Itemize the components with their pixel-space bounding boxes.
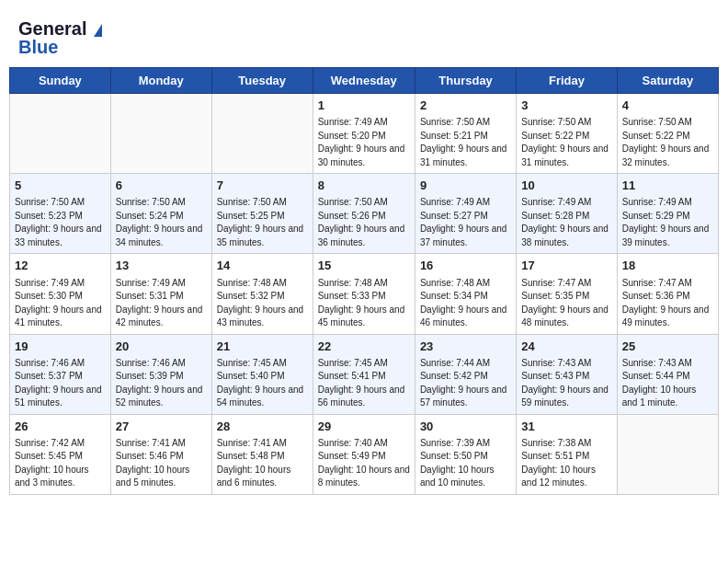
day-number: 20 bbox=[116, 339, 207, 355]
calendar-cell: 1Sunrise: 7:49 AM Sunset: 5:20 PM Daylig… bbox=[313, 94, 415, 174]
day-info: Sunrise: 7:45 AM Sunset: 5:40 PM Dayligh… bbox=[217, 357, 308, 410]
day-info: Sunrise: 7:40 AM Sunset: 5:49 PM Dayligh… bbox=[318, 437, 410, 490]
day-info: Sunrise: 7:50 AM Sunset: 5:26 PM Dayligh… bbox=[318, 196, 410, 249]
calendar-cell: 10Sunrise: 7:49 AM Sunset: 5:28 PM Dayli… bbox=[517, 174, 617, 254]
calendar-cell bbox=[10, 94, 111, 174]
calendar-week-4: 19Sunrise: 7:46 AM Sunset: 5:37 PM Dayli… bbox=[10, 334, 719, 414]
weekday-header-wednesday: Wednesday bbox=[313, 68, 415, 94]
calendar-cell: 14Sunrise: 7:48 AM Sunset: 5:32 PM Dayli… bbox=[211, 254, 313, 334]
day-info: Sunrise: 7:49 AM Sunset: 5:29 PM Dayligh… bbox=[622, 196, 713, 249]
calendar-cell: 23Sunrise: 7:44 AM Sunset: 5:42 PM Dayli… bbox=[415, 334, 516, 414]
day-info: Sunrise: 7:50 AM Sunset: 5:22 PM Dayligh… bbox=[521, 116, 611, 169]
calendar-cell: 6Sunrise: 7:50 AM Sunset: 5:24 PM Daylig… bbox=[110, 174, 211, 254]
day-info: Sunrise: 7:48 AM Sunset: 5:34 PM Dayligh… bbox=[420, 277, 511, 330]
day-info: Sunrise: 7:39 AM Sunset: 5:50 PM Dayligh… bbox=[420, 437, 511, 490]
calendar-week-1: 1Sunrise: 7:49 AM Sunset: 5:20 PM Daylig… bbox=[10, 94, 719, 174]
day-info: Sunrise: 7:43 AM Sunset: 5:43 PM Dayligh… bbox=[521, 357, 611, 410]
calendar-cell: 22Sunrise: 7:45 AM Sunset: 5:41 PM Dayli… bbox=[313, 334, 415, 414]
day-number: 12 bbox=[15, 258, 106, 274]
day-number: 14 bbox=[217, 258, 308, 274]
calendar-cell: 16Sunrise: 7:48 AM Sunset: 5:34 PM Dayli… bbox=[415, 254, 516, 334]
calendar-cell: 30Sunrise: 7:39 AM Sunset: 5:50 PM Dayli… bbox=[415, 414, 516, 494]
calendar-cell: 9Sunrise: 7:49 AM Sunset: 5:27 PM Daylig… bbox=[415, 174, 516, 254]
calendar-cell: 28Sunrise: 7:41 AM Sunset: 5:48 PM Dayli… bbox=[211, 414, 313, 494]
day-info: Sunrise: 7:38 AM Sunset: 5:51 PM Dayligh… bbox=[521, 437, 611, 490]
day-number: 29 bbox=[318, 419, 410, 435]
calendar-week-3: 12Sunrise: 7:49 AM Sunset: 5:30 PM Dayli… bbox=[10, 254, 719, 334]
calendar-cell: 3Sunrise: 7:50 AM Sunset: 5:22 PM Daylig… bbox=[517, 94, 617, 174]
day-info: Sunrise: 7:41 AM Sunset: 5:46 PM Dayligh… bbox=[116, 437, 207, 490]
calendar-cell: 20Sunrise: 7:46 AM Sunset: 5:39 PM Dayli… bbox=[110, 334, 211, 414]
calendar-cell: 2Sunrise: 7:50 AM Sunset: 5:21 PM Daylig… bbox=[415, 94, 516, 174]
weekday-header-sunday: Sunday bbox=[10, 68, 111, 94]
day-info: Sunrise: 7:49 AM Sunset: 5:27 PM Dayligh… bbox=[420, 196, 511, 249]
day-number: 23 bbox=[420, 339, 511, 355]
day-number: 18 bbox=[622, 258, 713, 274]
day-info: Sunrise: 7:47 AM Sunset: 5:36 PM Dayligh… bbox=[622, 277, 713, 330]
day-number: 21 bbox=[217, 339, 308, 355]
weekday-header-tuesday: Tuesday bbox=[211, 68, 313, 94]
day-info: Sunrise: 7:43 AM Sunset: 5:44 PM Dayligh… bbox=[622, 357, 713, 410]
day-info: Sunrise: 7:49 AM Sunset: 5:20 PM Dayligh… bbox=[318, 116, 410, 169]
calendar-cell: 21Sunrise: 7:45 AM Sunset: 5:40 PM Dayli… bbox=[211, 334, 313, 414]
logo-text: General bbox=[18, 18, 102, 39]
day-number: 11 bbox=[622, 178, 713, 194]
calendar-cell: 17Sunrise: 7:47 AM Sunset: 5:35 PM Dayli… bbox=[517, 254, 617, 334]
day-info: Sunrise: 7:49 AM Sunset: 5:28 PM Dayligh… bbox=[521, 196, 611, 249]
day-number: 4 bbox=[622, 98, 713, 114]
calendar-cell: 31Sunrise: 7:38 AM Sunset: 5:51 PM Dayli… bbox=[517, 414, 617, 494]
day-number: 1 bbox=[318, 98, 410, 114]
calendar-cell: 24Sunrise: 7:43 AM Sunset: 5:43 PM Dayli… bbox=[517, 334, 617, 414]
day-number: 27 bbox=[116, 419, 207, 435]
day-number: 31 bbox=[521, 419, 611, 435]
logo: General Blue bbox=[18, 18, 102, 58]
calendar-week-5: 26Sunrise: 7:42 AM Sunset: 5:45 PM Dayli… bbox=[10, 414, 719, 494]
day-info: Sunrise: 7:50 AM Sunset: 5:24 PM Dayligh… bbox=[116, 196, 207, 249]
day-info: Sunrise: 7:48 AM Sunset: 5:32 PM Dayligh… bbox=[217, 277, 308, 330]
day-number: 9 bbox=[420, 178, 511, 194]
header: General Blue bbox=[9, 9, 719, 63]
logo-blue: Blue bbox=[18, 37, 58, 58]
calendar-cell: 11Sunrise: 7:49 AM Sunset: 5:29 PM Dayli… bbox=[617, 174, 718, 254]
weekday-header-thursday: Thursday bbox=[415, 68, 516, 94]
weekday-header-monday: Monday bbox=[110, 68, 211, 94]
calendar-cell: 18Sunrise: 7:47 AM Sunset: 5:36 PM Dayli… bbox=[617, 254, 718, 334]
day-info: Sunrise: 7:42 AM Sunset: 5:45 PM Dayligh… bbox=[15, 437, 106, 490]
day-number: 10 bbox=[521, 178, 611, 194]
day-info: Sunrise: 7:45 AM Sunset: 5:41 PM Dayligh… bbox=[318, 357, 410, 410]
day-number: 19 bbox=[15, 339, 106, 355]
calendar-cell: 4Sunrise: 7:50 AM Sunset: 5:22 PM Daylig… bbox=[617, 94, 718, 174]
day-number: 17 bbox=[521, 258, 611, 274]
day-info: Sunrise: 7:50 AM Sunset: 5:23 PM Dayligh… bbox=[15, 196, 106, 249]
calendar-cell: 27Sunrise: 7:41 AM Sunset: 5:46 PM Dayli… bbox=[110, 414, 211, 494]
calendar-cell: 12Sunrise: 7:49 AM Sunset: 5:30 PM Dayli… bbox=[10, 254, 111, 334]
day-info: Sunrise: 7:46 AM Sunset: 5:37 PM Dayligh… bbox=[15, 357, 106, 410]
calendar-week-2: 5Sunrise: 7:50 AM Sunset: 5:23 PM Daylig… bbox=[10, 174, 719, 254]
calendar-cell: 19Sunrise: 7:46 AM Sunset: 5:37 PM Dayli… bbox=[10, 334, 111, 414]
day-info: Sunrise: 7:50 AM Sunset: 5:21 PM Dayligh… bbox=[420, 116, 511, 169]
day-info: Sunrise: 7:47 AM Sunset: 5:35 PM Dayligh… bbox=[521, 277, 611, 330]
weekday-header-friday: Friday bbox=[517, 68, 617, 94]
day-number: 8 bbox=[318, 178, 410, 194]
calendar-cell bbox=[617, 414, 718, 494]
day-number: 16 bbox=[420, 258, 511, 274]
calendar-cell bbox=[211, 94, 313, 174]
calendar: SundayMondayTuesdayWednesdayThursdayFrid… bbox=[9, 67, 719, 495]
day-number: 25 bbox=[622, 339, 713, 355]
day-number: 6 bbox=[116, 178, 207, 194]
day-info: Sunrise: 7:49 AM Sunset: 5:30 PM Dayligh… bbox=[15, 277, 106, 330]
day-info: Sunrise: 7:50 AM Sunset: 5:22 PM Dayligh… bbox=[622, 116, 713, 169]
day-number: 2 bbox=[420, 98, 511, 114]
day-number: 3 bbox=[521, 98, 611, 114]
calendar-cell: 5Sunrise: 7:50 AM Sunset: 5:23 PM Daylig… bbox=[10, 174, 111, 254]
calendar-cell: 13Sunrise: 7:49 AM Sunset: 5:31 PM Dayli… bbox=[110, 254, 211, 334]
weekday-header-saturday: Saturday bbox=[617, 68, 718, 94]
day-number: 7 bbox=[217, 178, 308, 194]
day-info: Sunrise: 7:50 AM Sunset: 5:25 PM Dayligh… bbox=[217, 196, 308, 249]
calendar-cell: 29Sunrise: 7:40 AM Sunset: 5:49 PM Dayli… bbox=[313, 414, 415, 494]
day-number: 15 bbox=[318, 258, 410, 274]
calendar-cell: 26Sunrise: 7:42 AM Sunset: 5:45 PM Dayli… bbox=[10, 414, 111, 494]
day-number: 13 bbox=[116, 258, 207, 274]
day-info: Sunrise: 7:44 AM Sunset: 5:42 PM Dayligh… bbox=[420, 357, 511, 410]
day-info: Sunrise: 7:49 AM Sunset: 5:31 PM Dayligh… bbox=[116, 277, 207, 330]
